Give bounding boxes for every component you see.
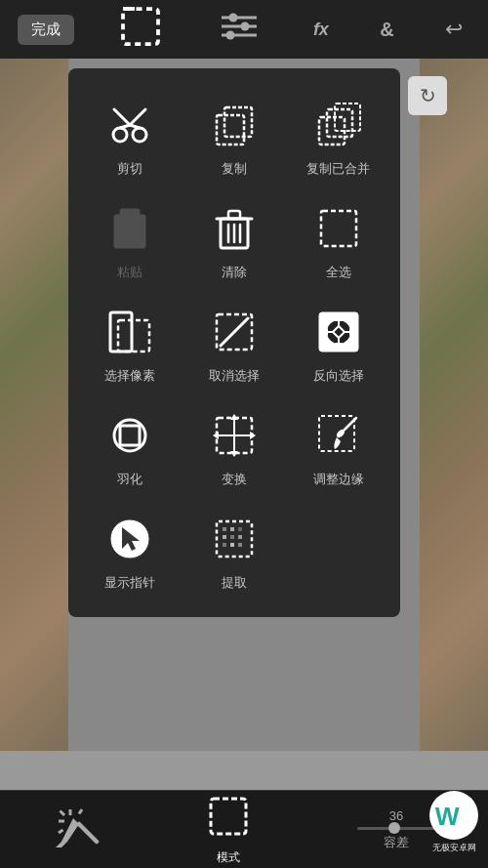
svg-line-10: [114, 109, 130, 125]
svg-rect-62: [238, 535, 242, 539]
svg-rect-29: [118, 320, 149, 351]
extract-item[interactable]: 提取: [183, 498, 287, 601]
paste-icon: [102, 201, 157, 256]
svg-point-5: [228, 14, 237, 22]
extract-icon: [207, 512, 262, 566]
scissors-icon: [102, 98, 157, 152]
select-pixel-icon: [102, 305, 157, 359]
canvas-bg-left: [0, 59, 68, 751]
svg-line-12: [120, 125, 130, 128]
clear-label: 清除: [222, 264, 247, 281]
svg-rect-18: [335, 103, 360, 131]
show-cursor-label: 显示指针: [104, 574, 155, 592]
svg-rect-23: [228, 211, 240, 219]
svg-line-71: [79, 809, 82, 814]
copy-label: 复制: [222, 160, 247, 178]
canvas-bg-right: [420, 59, 488, 751]
invert-label: 反向选择: [313, 367, 364, 385]
transform-label: 变换: [222, 471, 247, 488]
svg-rect-64: [230, 543, 234, 547]
cut-label: 剪切: [117, 160, 142, 178]
cut-item[interactable]: 剪切: [78, 84, 183, 187]
paste-label: 粘贴: [117, 264, 142, 281]
refine-edge-label: 调整边缘: [313, 471, 364, 488]
svg-point-7: [225, 31, 234, 40]
svg-rect-73: [211, 799, 246, 834]
mode-icon: [205, 793, 252, 846]
deselect-label: 取消选择: [209, 367, 260, 385]
adjust-tool-icon[interactable]: [208, 0, 270, 63]
svg-rect-15: [224, 107, 252, 137]
clear-item[interactable]: 清除: [183, 187, 287, 291]
svg-rect-63: [223, 543, 226, 547]
svg-point-6: [240, 22, 249, 31]
svg-rect-60: [223, 535, 226, 539]
select-pixel-label: 选择像素: [104, 367, 155, 385]
svg-line-66: [79, 824, 97, 842]
show-cursor-item[interactable]: 显示指针: [78, 498, 183, 601]
svg-rect-57: [223, 527, 226, 531]
svg-rect-28: [110, 312, 132, 351]
watermark-logo: W: [429, 791, 478, 840]
cursor-icon: [102, 512, 157, 566]
svg-line-31: [221, 318, 248, 346]
svg-rect-61: [230, 535, 234, 539]
selection-tool-icon[interactable]: [109, 0, 172, 63]
transform-icon: [207, 408, 262, 463]
deselect-item[interactable]: 取消选择: [183, 291, 287, 394]
svg-rect-58: [230, 527, 234, 531]
watermark-text: 无极安卓网: [432, 842, 476, 854]
top-toolbar: 完成 fx & ↩: [0, 0, 488, 59]
canvas-area: ↻ 剪切: [0, 59, 488, 809]
svg-point-9: [133, 128, 146, 142]
menu-panel: ↻ 剪切: [68, 68, 400, 617]
mode-tool[interactable]: 模式: [205, 793, 252, 866]
done-button[interactable]: 完成: [18, 15, 74, 45]
trash-icon: [207, 201, 262, 256]
copy-merged-icon: [311, 98, 366, 152]
undo-tool-icon[interactable]: ↩: [437, 9, 470, 50]
feather-icon: [102, 408, 157, 463]
invert-icon: [311, 305, 366, 359]
svg-rect-20: [120, 209, 140, 219]
tolerance-slider[interactable]: [357, 827, 435, 830]
mode-label: 模式: [217, 849, 240, 866]
extract-label: 提取: [222, 574, 247, 592]
select-all-label: 全选: [326, 264, 351, 281]
refresh-button[interactable]: ↻: [408, 76, 447, 115]
tolerance-control[interactable]: 36 容差: [357, 808, 435, 851]
watermark: W 无极安卓网: [429, 791, 478, 854]
select-pixel-item[interactable]: 选择像素: [78, 291, 183, 394]
invert-item[interactable]: 反向选择: [286, 291, 390, 394]
ampersand-tool-icon[interactable]: &: [372, 11, 401, 49]
fx-tool-icon[interactable]: fx: [305, 12, 337, 48]
svg-rect-14: [217, 115, 244, 145]
tolerance-value: 36: [389, 808, 403, 823]
feather-item[interactable]: 羽化: [78, 394, 183, 498]
svg-line-72: [59, 830, 63, 833]
refine-edge-item[interactable]: 调整边缘: [286, 394, 390, 498]
copy-icon: [207, 98, 262, 152]
svg-rect-19: [114, 215, 145, 248]
select-all-icon: [311, 201, 366, 256]
svg-line-11: [130, 109, 145, 125]
tolerance-label: 容差: [384, 834, 409, 851]
copy-item[interactable]: 复制: [183, 84, 287, 187]
svg-rect-0: [123, 9, 158, 44]
copy-merged-item[interactable]: 复制已合并: [286, 84, 390, 187]
svg-rect-65: [238, 543, 242, 547]
transform-item[interactable]: 变换: [183, 394, 287, 498]
select-all-item[interactable]: 全选: [286, 187, 390, 291]
svg-text:W: W: [435, 802, 460, 831]
copy-merged-label: 复制已合并: [306, 160, 370, 178]
bottom-toolbar: 模式 36 容差 W 无极安卓网: [0, 790, 488, 868]
refine-edge-icon: [311, 408, 366, 463]
feather-label: 羽化: [117, 471, 142, 488]
paste-item[interactable]: 粘贴: [78, 187, 183, 291]
slider-thumb: [388, 822, 400, 834]
magic-wand-icon: [53, 804, 100, 856]
svg-rect-17: [327, 109, 352, 137]
svg-rect-43: [120, 426, 140, 445]
svg-line-13: [130, 125, 140, 128]
magic-wand-tool[interactable]: [53, 804, 100, 856]
